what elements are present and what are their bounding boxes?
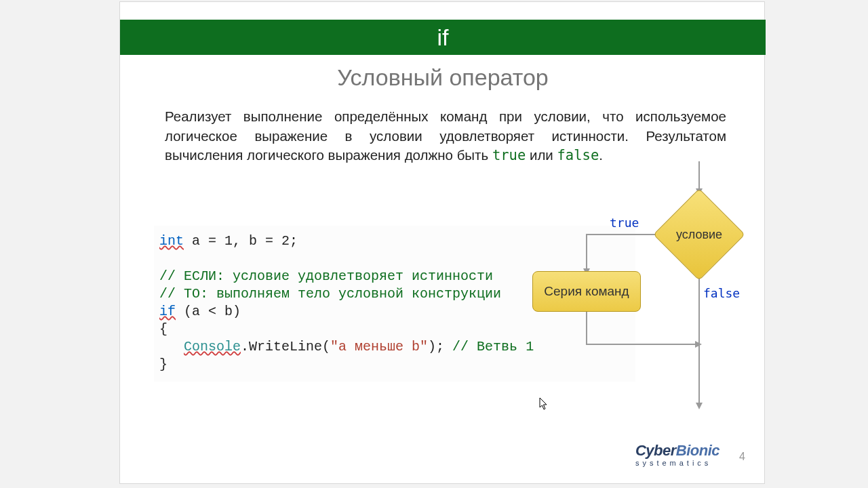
desc-part1: Реализует выполнение определённых команд… [165,108,726,163]
logo-bionic: Bionic [676,442,719,459]
code-cond: (a < b) [176,304,241,319]
code-decl: a = 1, b = 2; [184,233,298,249]
flow-false-label: false [703,286,740,300]
page-number: 4 [739,451,745,463]
kw-if: if [159,304,176,319]
description-text: Реализует выполнение определённых команд… [165,107,726,165]
code-rbrace: } [159,357,167,372]
flow-true-label: true [610,216,639,230]
comment-1: // ЕСЛИ: условие удовлетворяет истинност… [159,268,493,284]
comment-3: // Ветвь 1 [452,339,534,354]
logo: CyberBionic systematics [635,443,719,467]
code-string: "a меньше b" [330,339,428,354]
slide: if Условный оператор Реализует выполнени… [119,1,765,484]
logo-top: CyberBionic [635,443,719,458]
flow-condition-label: условие [667,202,732,267]
desc-post: . [599,147,603,163]
svg-marker-5 [696,403,703,409]
flow-commands-box: Серия команд [532,271,641,312]
comment-2: // ТО: выполняем тело условной конструкц… [159,286,501,302]
desc-mid: или [526,147,557,163]
subtitle: Условный оператор [120,64,766,91]
cls-console: Console [184,339,241,354]
code-lbrace: { [159,321,167,337]
kw-int: int [159,233,184,249]
logo-sub: systematics [635,460,719,467]
logo-cyber: Cyber [635,442,676,459]
code-after: ); [428,339,452,354]
flowchart: условие true false Серия команд [527,161,751,419]
title-banner: if [120,20,766,55]
desc-true: true [492,147,526,163]
code-call: .WriteLine( [241,339,330,354]
